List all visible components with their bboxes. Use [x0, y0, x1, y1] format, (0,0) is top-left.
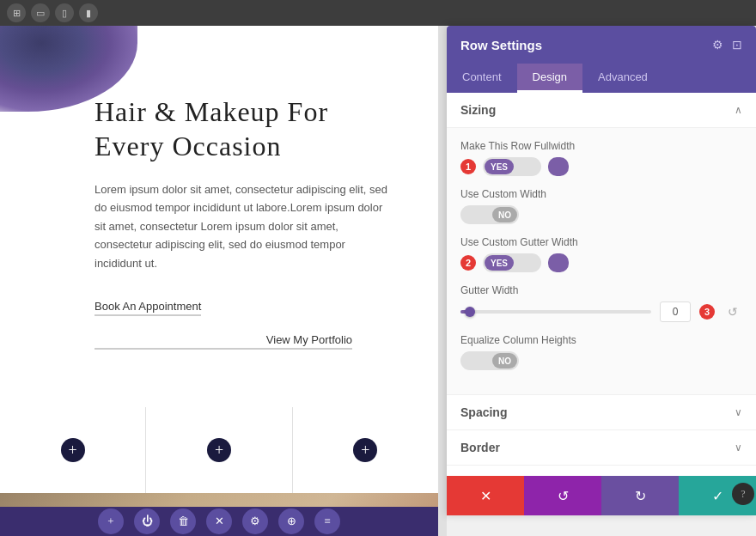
gutter-slider-thumb[interactable]: [465, 307, 475, 317]
panel-actions: ✕ ↺ ↻ ✓: [447, 476, 756, 515]
equalize-heights-setting: Equalize Column Heights NO: [460, 334, 742, 370]
settings-panel: Row Settings ⚙ ⊡ Content Design Advanced…: [447, 26, 756, 515]
column-2: +: [146, 407, 292, 493]
equalize-heights-no-label: NO: [492, 353, 517, 368]
equalize-heights-toggle[interactable]: NO: [460, 351, 519, 370]
custom-gutter-setting: Use Custom Gutter Width 2 YES: [460, 236, 742, 272]
custom-width-toggle[interactable]: NO: [460, 205, 519, 224]
gutter-slider-track[interactable]: [460, 310, 651, 314]
panel-header: Row Settings ⚙ ⊡: [447, 26, 756, 64]
add-column-3-button[interactable]: +: [353, 438, 377, 462]
close-button[interactable]: ✕: [206, 509, 232, 534]
trash-button[interactable]: 🗑: [170, 509, 196, 534]
page-content: Hair & Makeup For Every Occasion Lorem i…: [94, 94, 395, 350]
monitor-icon[interactable]: ▭: [31, 3, 50, 22]
gutter-width-setting: Gutter Width 0 3 ↺: [460, 284, 742, 322]
sizing-section-title: Sizing: [460, 103, 496, 117]
mobile-icon[interactable]: ▮: [79, 3, 98, 22]
custom-gutter-toggle[interactable]: YES: [483, 253, 541, 272]
equalize-heights-label: Equalize Column Heights: [460, 334, 742, 346]
undo-button[interactable]: ↺: [524, 476, 601, 515]
tablet-icon[interactable]: ▯: [55, 3, 74, 22]
settings-cog-icon[interactable]: ⚙: [712, 38, 723, 52]
box-shadow-section-header[interactable]: Box Shadow ∨: [447, 466, 756, 476]
gap-divider: [438, 26, 447, 536]
panel-header-icons: ⚙ ⊡: [712, 38, 742, 52]
gutter-reset-button[interactable]: ↺: [723, 302, 742, 321]
sizing-chevron-up-icon: ∧: [735, 104, 742, 117]
fullwidth-yes-label: YES: [485, 159, 514, 174]
bottom-toolbar: + ⏻ 🗑 ✕ ⚙ ⊕ ≡: [0, 507, 438, 536]
add-section-button[interactable]: +: [98, 509, 124, 534]
fullwidth-label: Make This Row Fullwidth: [460, 140, 742, 152]
spacing-section-title: Spacing: [460, 405, 507, 419]
tab-advanced[interactable]: Advanced: [582, 64, 663, 93]
tab-design[interactable]: Design: [517, 64, 582, 93]
fullwidth-toggle[interactable]: YES: [483, 157, 541, 176]
fullwidth-setting: Make This Row Fullwidth 1 YES: [460, 140, 742, 176]
fullwidth-toggle-right[interactable]: [548, 157, 569, 176]
page-title: Hair & Makeup For Every Occasion: [94, 94, 395, 163]
custom-gutter-toggle-right[interactable]: [548, 253, 569, 272]
redo-button[interactable]: ↻: [601, 476, 679, 515]
custom-width-label: Use Custom Width: [460, 188, 742, 200]
tab-content[interactable]: Content: [447, 64, 517, 93]
power-button[interactable]: ⏻: [134, 509, 160, 534]
portfolio-button[interactable]: View My Portfolio: [94, 333, 352, 350]
search-button[interactable]: ⊕: [278, 509, 304, 534]
canvas-area: Hair & Makeup For Every Occasion Lorem i…: [0, 26, 438, 536]
top-bar: ⊞ ▭ ▯ ▮: [0, 0, 756, 26]
badge-3: 3: [699, 304, 715, 320]
page-body-text: Lorem ipsum dolor sit amet, consectetur …: [94, 180, 395, 272]
border-section-header[interactable]: Border ∨: [447, 430, 756, 466]
spacing-section-header[interactable]: Spacing ∨: [447, 395, 756, 430]
custom-width-setting: Use Custom Width NO: [460, 188, 742, 224]
sizing-section-content: Make This Row Fullwidth 1 YES Use Custom…: [447, 128, 756, 395]
spacing-chevron-down-icon: ∨: [735, 406, 742, 419]
custom-gutter-yes-label: YES: [485, 255, 514, 271]
sizing-section-header[interactable]: Sizing ∧: [447, 93, 756, 128]
gutter-slider-row: 0 3 ↺: [460, 302, 742, 322]
panel-tabs: Content Design Advanced: [447, 64, 756, 93]
add-column-1-button[interactable]: +: [61, 438, 85, 462]
cancel-button[interactable]: ✕: [447, 476, 524, 515]
custom-gutter-label: Use Custom Gutter Width: [460, 236, 742, 248]
custom-width-no-label: NO: [492, 207, 517, 222]
stats-button[interactable]: ≡: [314, 509, 340, 534]
panel-body: Sizing ∧ Make This Row Fullwidth 1 YES: [447, 93, 756, 476]
border-chevron-down-icon: ∨: [735, 442, 742, 454]
panel-title: Row Settings: [460, 38, 542, 52]
columns-area: + + +: [0, 407, 438, 493]
appointment-button[interactable]: Book An Appointment: [94, 300, 201, 316]
maximize-icon[interactable]: ⊡: [732, 38, 742, 52]
gutter-width-label: Gutter Width: [460, 284, 742, 296]
border-section-title: Border: [460, 441, 500, 454]
add-column-2-button[interactable]: +: [207, 438, 231, 462]
badge-2: 2: [460, 255, 476, 271]
column-1: +: [0, 407, 146, 493]
help-button[interactable]: ?: [732, 483, 754, 505]
grid-icon[interactable]: ⊞: [7, 3, 26, 22]
column-3: +: [293, 407, 438, 493]
badge-1: 1: [460, 159, 476, 174]
gutter-value-box[interactable]: 0: [660, 302, 691, 322]
settings-button[interactable]: ⚙: [242, 509, 268, 534]
